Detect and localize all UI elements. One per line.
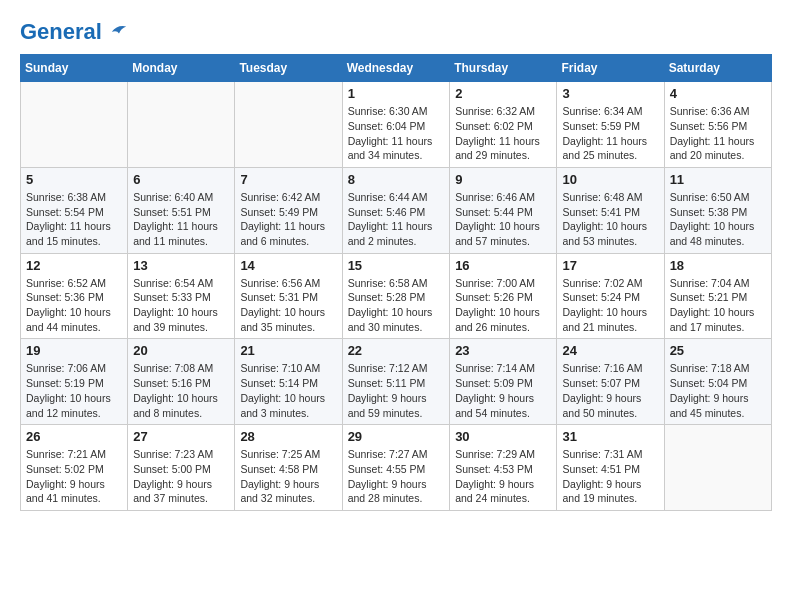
- day-info: Sunrise: 6:38 AM Sunset: 5:54 PM Dayligh…: [26, 190, 122, 249]
- calendar-cell: 23Sunrise: 7:14 AM Sunset: 5:09 PM Dayli…: [450, 339, 557, 425]
- calendar-cell: 14Sunrise: 6:56 AM Sunset: 5:31 PM Dayli…: [235, 253, 342, 339]
- calendar-cell: 26Sunrise: 7:21 AM Sunset: 5:02 PM Dayli…: [21, 425, 128, 511]
- calendar-cell: 19Sunrise: 7:06 AM Sunset: 5:19 PM Dayli…: [21, 339, 128, 425]
- day-info: Sunrise: 6:34 AM Sunset: 5:59 PM Dayligh…: [562, 104, 658, 163]
- day-info: Sunrise: 7:04 AM Sunset: 5:21 PM Dayligh…: [670, 276, 766, 335]
- calendar-cell: 15Sunrise: 6:58 AM Sunset: 5:28 PM Dayli…: [342, 253, 450, 339]
- calendar-cell: 2Sunrise: 6:32 AM Sunset: 6:02 PM Daylig…: [450, 82, 557, 168]
- day-number: 26: [26, 429, 122, 444]
- calendar-cell: 8Sunrise: 6:44 AM Sunset: 5:46 PM Daylig…: [342, 167, 450, 253]
- day-number: 31: [562, 429, 658, 444]
- week-row-5: 26Sunrise: 7:21 AM Sunset: 5:02 PM Dayli…: [21, 425, 772, 511]
- day-number: 2: [455, 86, 551, 101]
- calendar-cell: 6Sunrise: 6:40 AM Sunset: 5:51 PM Daylig…: [128, 167, 235, 253]
- day-number: 16: [455, 258, 551, 273]
- day-info: Sunrise: 6:32 AM Sunset: 6:02 PM Dayligh…: [455, 104, 551, 163]
- day-header-sunday: Sunday: [21, 55, 128, 82]
- calendar-cell: 11Sunrise: 6:50 AM Sunset: 5:38 PM Dayli…: [664, 167, 771, 253]
- day-number: 17: [562, 258, 658, 273]
- calendar-cell: [235, 82, 342, 168]
- day-info: Sunrise: 7:25 AM Sunset: 4:58 PM Dayligh…: [240, 447, 336, 506]
- calendar-cell: 16Sunrise: 7:00 AM Sunset: 5:26 PM Dayli…: [450, 253, 557, 339]
- day-header-friday: Friday: [557, 55, 664, 82]
- calendar-cell: 30Sunrise: 7:29 AM Sunset: 4:53 PM Dayli…: [450, 425, 557, 511]
- calendar-cell: 25Sunrise: 7:18 AM Sunset: 5:04 PM Dayli…: [664, 339, 771, 425]
- calendar-cell: 12Sunrise: 6:52 AM Sunset: 5:36 PM Dayli…: [21, 253, 128, 339]
- day-number: 22: [348, 343, 445, 358]
- calendar-header-row: SundayMondayTuesdayWednesdayThursdayFrid…: [21, 55, 772, 82]
- calendar-cell: 24Sunrise: 7:16 AM Sunset: 5:07 PM Dayli…: [557, 339, 664, 425]
- day-header-saturday: Saturday: [664, 55, 771, 82]
- day-number: 25: [670, 343, 766, 358]
- day-info: Sunrise: 6:54 AM Sunset: 5:33 PM Dayligh…: [133, 276, 229, 335]
- day-number: 5: [26, 172, 122, 187]
- day-number: 14: [240, 258, 336, 273]
- day-info: Sunrise: 7:18 AM Sunset: 5:04 PM Dayligh…: [670, 361, 766, 420]
- day-info: Sunrise: 6:40 AM Sunset: 5:51 PM Dayligh…: [133, 190, 229, 249]
- calendar-cell: 10Sunrise: 6:48 AM Sunset: 5:41 PM Dayli…: [557, 167, 664, 253]
- calendar-cell: 13Sunrise: 6:54 AM Sunset: 5:33 PM Dayli…: [128, 253, 235, 339]
- day-number: 11: [670, 172, 766, 187]
- calendar-cell: [664, 425, 771, 511]
- day-number: 27: [133, 429, 229, 444]
- calendar-cell: 28Sunrise: 7:25 AM Sunset: 4:58 PM Dayli…: [235, 425, 342, 511]
- day-number: 1: [348, 86, 445, 101]
- day-info: Sunrise: 7:08 AM Sunset: 5:16 PM Dayligh…: [133, 361, 229, 420]
- day-info: Sunrise: 7:23 AM Sunset: 5:00 PM Dayligh…: [133, 447, 229, 506]
- calendar-cell: 21Sunrise: 7:10 AM Sunset: 5:14 PM Dayli…: [235, 339, 342, 425]
- day-number: 15: [348, 258, 445, 273]
- day-info: Sunrise: 6:58 AM Sunset: 5:28 PM Dayligh…: [348, 276, 445, 335]
- day-number: 24: [562, 343, 658, 358]
- day-number: 30: [455, 429, 551, 444]
- day-info: Sunrise: 7:00 AM Sunset: 5:26 PM Dayligh…: [455, 276, 551, 335]
- day-info: Sunrise: 7:10 AM Sunset: 5:14 PM Dayligh…: [240, 361, 336, 420]
- page-header: General: [20, 20, 772, 44]
- day-number: 9: [455, 172, 551, 187]
- day-info: Sunrise: 6:44 AM Sunset: 5:46 PM Dayligh…: [348, 190, 445, 249]
- day-number: 10: [562, 172, 658, 187]
- logo-text: General: [20, 20, 128, 44]
- calendar-cell: 22Sunrise: 7:12 AM Sunset: 5:11 PM Dayli…: [342, 339, 450, 425]
- calendar-cell: 17Sunrise: 7:02 AM Sunset: 5:24 PM Dayli…: [557, 253, 664, 339]
- day-number: 13: [133, 258, 229, 273]
- day-info: Sunrise: 6:46 AM Sunset: 5:44 PM Dayligh…: [455, 190, 551, 249]
- calendar-cell: 27Sunrise: 7:23 AM Sunset: 5:00 PM Dayli…: [128, 425, 235, 511]
- day-number: 8: [348, 172, 445, 187]
- day-header-tuesday: Tuesday: [235, 55, 342, 82]
- calendar-cell: 4Sunrise: 6:36 AM Sunset: 5:56 PM Daylig…: [664, 82, 771, 168]
- day-info: Sunrise: 6:42 AM Sunset: 5:49 PM Dayligh…: [240, 190, 336, 249]
- week-row-4: 19Sunrise: 7:06 AM Sunset: 5:19 PM Dayli…: [21, 339, 772, 425]
- day-number: 3: [562, 86, 658, 101]
- day-info: Sunrise: 7:21 AM Sunset: 5:02 PM Dayligh…: [26, 447, 122, 506]
- calendar-cell: 7Sunrise: 6:42 AM Sunset: 5:49 PM Daylig…: [235, 167, 342, 253]
- day-number: 7: [240, 172, 336, 187]
- calendar-cell: 18Sunrise: 7:04 AM Sunset: 5:21 PM Dayli…: [664, 253, 771, 339]
- day-number: 4: [670, 86, 766, 101]
- day-info: Sunrise: 6:56 AM Sunset: 5:31 PM Dayligh…: [240, 276, 336, 335]
- day-number: 29: [348, 429, 445, 444]
- calendar-cell: 1Sunrise: 6:30 AM Sunset: 6:04 PM Daylig…: [342, 82, 450, 168]
- calendar-cell: 9Sunrise: 6:46 AM Sunset: 5:44 PM Daylig…: [450, 167, 557, 253]
- day-info: Sunrise: 7:14 AM Sunset: 5:09 PM Dayligh…: [455, 361, 551, 420]
- calendar-cell: 5Sunrise: 6:38 AM Sunset: 5:54 PM Daylig…: [21, 167, 128, 253]
- week-row-3: 12Sunrise: 6:52 AM Sunset: 5:36 PM Dayli…: [21, 253, 772, 339]
- calendar-cell: 29Sunrise: 7:27 AM Sunset: 4:55 PM Dayli…: [342, 425, 450, 511]
- day-number: 6: [133, 172, 229, 187]
- day-info: Sunrise: 6:30 AM Sunset: 6:04 PM Dayligh…: [348, 104, 445, 163]
- day-info: Sunrise: 6:36 AM Sunset: 5:56 PM Dayligh…: [670, 104, 766, 163]
- day-info: Sunrise: 6:52 AM Sunset: 5:36 PM Dayligh…: [26, 276, 122, 335]
- day-info: Sunrise: 7:29 AM Sunset: 4:53 PM Dayligh…: [455, 447, 551, 506]
- week-row-1: 1Sunrise: 6:30 AM Sunset: 6:04 PM Daylig…: [21, 82, 772, 168]
- day-header-thursday: Thursday: [450, 55, 557, 82]
- day-header-wednesday: Wednesday: [342, 55, 450, 82]
- calendar-cell: [21, 82, 128, 168]
- day-number: 20: [133, 343, 229, 358]
- day-info: Sunrise: 7:27 AM Sunset: 4:55 PM Dayligh…: [348, 447, 445, 506]
- day-header-monday: Monday: [128, 55, 235, 82]
- calendar-cell: 20Sunrise: 7:08 AM Sunset: 5:16 PM Dayli…: [128, 339, 235, 425]
- day-number: 19: [26, 343, 122, 358]
- day-number: 12: [26, 258, 122, 273]
- logo: General: [20, 20, 128, 44]
- day-info: Sunrise: 6:48 AM Sunset: 5:41 PM Dayligh…: [562, 190, 658, 249]
- week-row-2: 5Sunrise: 6:38 AM Sunset: 5:54 PM Daylig…: [21, 167, 772, 253]
